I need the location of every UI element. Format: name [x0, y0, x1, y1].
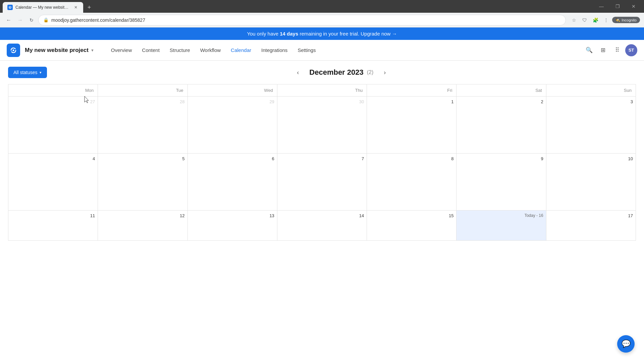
calendar-cell-3[interactable]: 3: [546, 97, 636, 154]
search-button[interactable]: 🔍: [583, 44, 595, 56]
chat-fab[interactable]: 💬: [617, 335, 635, 353]
calendar-cell-30[interactable]: 30: [277, 97, 367, 154]
shield-icon[interactable]: 🛡: [580, 15, 589, 25]
project-name[interactable]: My new website project ▼: [25, 47, 94, 54]
day-header-mon: Mon: [8, 84, 98, 97]
close-button[interactable]: ✕: [626, 0, 641, 13]
url-text: moodjoy.gathercontent.com/calendar/38582…: [51, 17, 145, 23]
nav-content[interactable]: Content: [137, 45, 164, 56]
day-header-tue: Tue: [98, 84, 187, 97]
status-filter-chevron-icon: ▾: [40, 70, 42, 75]
chat-icon: 💬: [622, 340, 631, 348]
status-filter-button[interactable]: All statuses ▾: [8, 67, 47, 78]
calendar-cell-8[interactable]: 8: [367, 154, 457, 210]
day-number: 28: [101, 99, 184, 104]
reload-button[interactable]: ↻: [27, 15, 36, 25]
calendar-week-3: 11 12 13 14 15 Today - 16 17: [8, 210, 636, 241]
back-button[interactable]: ←: [4, 15, 13, 25]
app-logo[interactable]: [7, 44, 20, 57]
calendar-cell-12[interactable]: 12: [98, 210, 187, 241]
calendar-cell-14[interactable]: 14: [277, 210, 367, 241]
incognito-icon: 🕵: [615, 18, 620, 22]
month-title: December 2023: [309, 68, 363, 77]
calendar-cell-10[interactable]: 10: [546, 154, 636, 210]
nav-integrations[interactable]: Integrations: [257, 45, 292, 56]
item-count: (2): [367, 69, 374, 75]
tab-close-icon[interactable]: ✕: [73, 5, 78, 10]
nav-structure[interactable]: Structure: [165, 45, 195, 56]
month-title-container: December 2023 (2): [309, 68, 373, 77]
header-actions: 🔍 ⊞ ⠿ ST: [583, 44, 637, 56]
calendar-cell-27[interactable]: 27: [8, 97, 98, 154]
prev-month-button[interactable]: ‹: [292, 67, 303, 78]
browser-menu-icon[interactable]: ⋮: [601, 15, 611, 25]
day-number: 29: [191, 99, 274, 104]
calendar-cell-29[interactable]: 29: [188, 97, 277, 154]
day-number: 27: [11, 99, 95, 104]
nav-overview[interactable]: Overview: [106, 45, 137, 56]
logo-icon: [10, 47, 17, 54]
tab-favicon: [7, 5, 13, 10]
project-dropdown-icon: ▼: [91, 48, 94, 52]
calendar-cell-6[interactable]: 6: [188, 154, 277, 210]
day-number: 6: [191, 156, 274, 161]
bookmark-icon[interactable]: ☆: [569, 15, 579, 25]
status-filter-label: All statuses: [13, 70, 38, 75]
lock-icon: 🔒: [43, 17, 49, 22]
calendar-day-headers: Mon Tue Wed Thu Fri Sat Sun: [8, 84, 636, 97]
calendar-cell-4[interactable]: 4: [8, 154, 98, 210]
day-number: 3: [549, 99, 633, 104]
trial-banner: You only have 14 days remaining in your …: [0, 27, 644, 40]
calendar-cell-13[interactable]: 13: [188, 210, 277, 241]
maximize-button[interactable]: ❐: [610, 0, 625, 13]
calendar-controls: All statuses ▾ ‹ December 2023 (2) ›: [0, 61, 644, 84]
calendar-cell-1[interactable]: 1: [367, 97, 457, 154]
calendar-cell-15[interactable]: 15: [367, 210, 457, 241]
minimize-button[interactable]: —: [594, 0, 609, 13]
day-number: 11: [11, 213, 95, 218]
extensions-icon[interactable]: 🧩: [591, 15, 600, 25]
calendar-cell-today-16[interactable]: Today - 16: [457, 210, 546, 241]
day-number: 5: [101, 156, 184, 161]
app-header: My new website project ▼ Overview Conten…: [0, 40, 644, 61]
day-number: 2: [459, 99, 543, 104]
nav-settings[interactable]: Settings: [293, 45, 320, 56]
day-number: 9: [459, 156, 543, 161]
avatar[interactable]: ST: [625, 44, 637, 56]
forward-button[interactable]: →: [15, 15, 25, 25]
svg-point-1: [13, 49, 14, 51]
nav-calendar[interactable]: Calendar: [226, 45, 256, 56]
address-bar[interactable]: 🔒 moodjoy.gathercontent.com/calendar/385…: [38, 15, 566, 25]
browser-tab[interactable]: Calendar — My new website p... ✕: [3, 2, 83, 13]
day-number: 17: [549, 213, 633, 218]
day-header-sat: Sat: [457, 84, 546, 97]
day-number: 4: [11, 156, 95, 161]
calendar-cell-17[interactable]: 17: [546, 210, 636, 241]
day-number: 12: [101, 213, 184, 218]
trial-text-after: remaining in your free trial. Upgrade no…: [300, 31, 397, 37]
new-tab-button[interactable]: +: [85, 3, 94, 12]
tab-title: Calendar — My new website p...: [15, 5, 70, 10]
day-header-wed: Wed: [188, 84, 277, 97]
calendar-cell-5[interactable]: 5: [98, 154, 187, 210]
day-number: 15: [370, 213, 453, 218]
next-month-button[interactable]: ›: [379, 67, 390, 78]
calendar-cell-9[interactable]: 9: [457, 154, 546, 210]
calendar-cell-2[interactable]: 2: [457, 97, 546, 154]
calendar-week-1: 27 28 29 30 1 2 3: [8, 97, 636, 154]
grid-menu-button[interactable]: ⠿: [611, 44, 623, 56]
notifications-button[interactable]: ⊞: [597, 44, 609, 56]
day-header-sun: Sun: [546, 84, 636, 97]
calendar-week-2: 4 5 6 7 8 9 10: [8, 154, 636, 210]
calendar-cell-28[interactable]: 28: [98, 97, 187, 154]
app-nav: Overview Content Structure Workflow Cale…: [106, 45, 583, 56]
calendar-cell-7[interactable]: 7: [277, 154, 367, 210]
day-number: 10: [549, 156, 633, 161]
nav-workflow[interactable]: Workflow: [196, 45, 225, 56]
day-number: 8: [370, 156, 453, 161]
today-label: Today - 16: [459, 213, 543, 218]
day-number: 30: [280, 99, 364, 104]
day-header-thu: Thu: [277, 84, 367, 97]
calendar-cell-11[interactable]: 11: [8, 210, 98, 241]
incognito-badge: 🕵 Incognito: [612, 17, 640, 23]
